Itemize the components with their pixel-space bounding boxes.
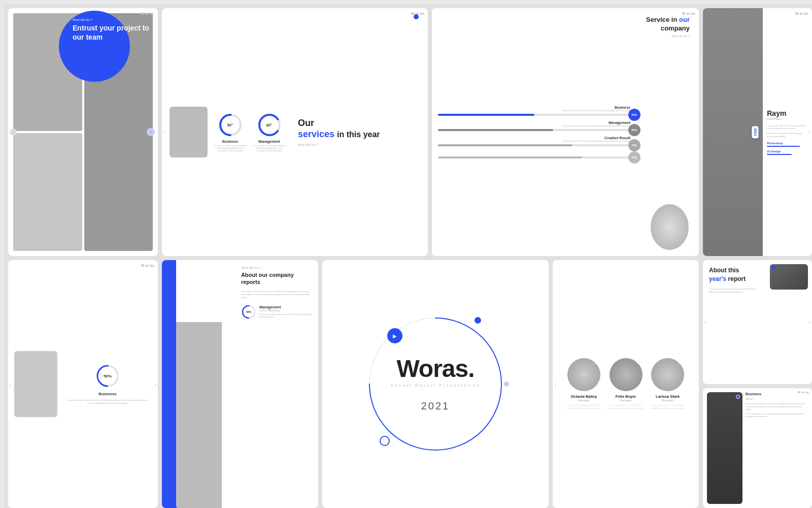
profile-lorem1: Lorem ipsum dolor sit amet nascetur alle… <box>767 124 808 130</box>
year-blue: year's <box>709 275 726 282</box>
our-services-text: Our services in this year <box>298 118 380 140</box>
what-we-do-label: What We Do ? <box>73 18 154 21</box>
progress-mgmt-label: Management <box>438 121 630 124</box>
fifty-badge: 50% <box>104 374 112 378</box>
services-person-photo <box>170 107 208 157</box>
mgmt-title: Management <box>259 305 312 309</box>
team-member-1: Octavia Bailey Manager Lorem ipsum dolor… <box>565 358 603 409</box>
play-button[interactable]: ▶ <box>387 328 402 343</box>
skill-ui: UI Design <box>767 150 808 155</box>
lorem-left: Lorem ipsum dolor sit amet nascetur alle… <box>709 288 760 294</box>
corner-label-3: W or as. <box>682 11 696 16</box>
slide-profile: W or as. 2021 Raym CEP/Foun Lorem ipsum … <box>703 8 812 256</box>
service-person-photo <box>651 204 689 250</box>
slide-service-progress: W or as. Business Lorem ipsum dolor sit … <box>432 8 699 256</box>
progress-creative: Creative Result Lorem ipsum dolor sit am… <box>438 136 630 146</box>
top-dot <box>475 317 481 324</box>
office-photo <box>770 264 808 290</box>
badge-60: 60% <box>628 124 640 136</box>
corner-label-4: W or as. <box>795 11 809 16</box>
nav-right-arr[interactable]: › <box>808 130 810 135</box>
biz-photo-area <box>707 392 742 504</box>
blue-sidebar <box>162 260 176 508</box>
biz-lorem1: Lorem ipsum dolor sit amet nascetur alle… <box>746 402 808 411</box>
progress-creative-label: Creative Result <box>438 136 630 140</box>
team-member-2: Felix Boyer Manager Lorem ipsum dolor si… <box>607 358 645 409</box>
fifty-person-photo <box>14 351 57 417</box>
fifty-content: 50% Business Lorem ipsum dolor sit amet … <box>63 363 152 404</box>
nav-left-team[interactable]: ‹ <box>555 382 556 387</box>
nav-arrow-left[interactable]: ‹ <box>10 129 17 136</box>
about-what-we-do: What We Do ? <box>241 266 312 269</box>
woras-year: 2021 <box>391 400 480 412</box>
slide-team: ‹ Octavia Bailey Manager Lorem ipsum dol… <box>553 260 699 508</box>
member2-role: Manager <box>620 399 632 402</box>
member2-lorem: Lorem ipsum dolor sit amet nascetur alle… <box>607 404 645 409</box>
member1-photo <box>567 358 600 391</box>
progress-list: Business Lorem ipsum dolor sit amet nasc… <box>438 106 646 158</box>
fifty-label: Business <box>98 392 117 396</box>
member3-photo <box>651 358 684 391</box>
member1-role: Manager <box>578 399 590 402</box>
chart-business: 50% Business Lorem ipsum dolor sit amet … <box>214 112 247 152</box>
nav-right-year[interactable]: › <box>809 320 810 325</box>
team-member-3: Larissa Stark Manager Lorem ipsum dolor … <box>649 358 687 409</box>
about-badge: 50% <box>246 310 251 313</box>
profile-name: Raym <box>767 109 808 117</box>
slide-entrust: What We Do ? Entrust your project to our… <box>8 8 158 256</box>
entrust-title: Entrust your project to our team <box>73 23 154 42</box>
progress-business-lorem: Lorem ipsum dolor sit amet nascetur alle… <box>438 109 630 112</box>
member3-lorem: Lorem ipsum dolor sit amet nascetur alle… <box>649 404 687 409</box>
right-dot <box>504 382 509 387</box>
woras-brand: Woras. <box>391 357 480 381</box>
chart2-label: Management <box>258 140 280 143</box>
mgmt-role: CEO of Marketing <box>259 309 312 312</box>
bottom-circle <box>380 436 390 446</box>
progress-business: Business Lorem ipsum dolor sit amet nasc… <box>438 106 630 116</box>
chart2-lorem: Lorem ipsum dolor sit amet nascetur alle… <box>253 144 286 152</box>
biz-what: About ? <box>746 397 808 400</box>
blue-dot <box>414 14 419 19</box>
corner-label: W or as. <box>141 11 155 16</box>
chart1-label: Business <box>222 140 238 143</box>
what-we-do-svc: What We Do ? <box>646 35 690 38</box>
year-badge: 2021 <box>752 126 759 138</box>
slide-services-charts: W or as. 50% Business Lorem ipsum dolor … <box>162 8 428 256</box>
our-blue: our <box>679 16 690 23</box>
slide-main-woras: ▶ Woras. Annual Report Presentation 2021 <box>322 260 549 508</box>
member1-lorem: Lorem ipsum dolor sit amet nascetur alle… <box>565 404 603 409</box>
chart-management: 80% Management Lorem ipsum dolor sit ame… <box>253 112 286 152</box>
skill-label-1: Photoshop <box>767 142 808 145</box>
about-main-title: About our company reports <box>241 271 312 286</box>
about-lorem: Lorem ipsum dolor sit amet nascetur alle… <box>241 290 312 299</box>
progress-mgmt-lorem: Lorem ipsum dolor sit amet nascetur alle… <box>438 124 630 127</box>
our-word: Our <box>298 118 314 128</box>
slide-biz-bottom: W or as. Business About ? Lorem ipsum do… <box>703 388 812 508</box>
biz-text: Business About ? Lorem ipsum dolor sit a… <box>746 392 808 504</box>
nav-arrow-right[interactable]: › <box>147 128 155 136</box>
corner-label-biz: W or as. <box>798 391 809 395</box>
badge-75: 75% <box>628 151 640 164</box>
services-word: services <box>298 129 334 139</box>
progress-creative-lorem: Lorem ipsum dolor sit amet nascetur alle… <box>438 140 630 142</box>
profile-lorem2: minim ullamco nascetur allelull plorngd … <box>767 132 808 138</box>
progress-management: Management Lorem ipsum dolor sit amet na… <box>438 121 630 131</box>
slide-year-report-wrap: About this year's report Lorem ipsum dol… <box>703 260 812 508</box>
member2-photo <box>610 358 642 391</box>
nav-left-fifty[interactable]: ‹ <box>10 382 11 387</box>
chart1-lorem: Lorem ipsum dolor sit amet nascetur alle… <box>214 144 247 152</box>
nav-right-fifty[interactable]: › <box>155 382 156 387</box>
profile-role: CEP/Foun <box>767 117 808 120</box>
woras-circle: ▶ Woras. Annual Report Presentation 2021 <box>359 308 512 460</box>
about-person-photo <box>176 322 222 508</box>
profile-info: Raym CEP/Foun Lorem ipsum dolor sit amet… <box>763 8 812 256</box>
nav-left-year[interactable]: ‹ <box>704 320 706 325</box>
photo-bottom-left <box>13 133 82 251</box>
slide-fifty: W or as. 50% Business Lorem ipsum dolor … <box>8 260 158 508</box>
member1-name: Octavia Bailey <box>571 394 597 399</box>
report-word: report <box>728 275 746 282</box>
mgmt-lorem: Lorem ipsum dolor sit amet nascetur alle… <box>259 313 312 319</box>
in-this-year-text: in this year <box>337 130 380 139</box>
badge-50: 50% <box>628 109 640 121</box>
nav-left-arr[interactable]: ‹ <box>164 130 165 135</box>
